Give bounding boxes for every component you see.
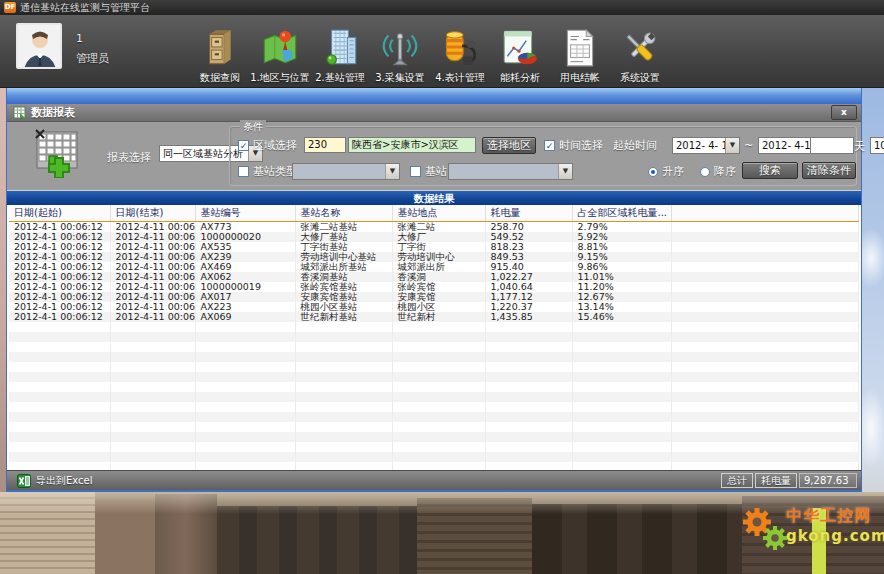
select-region-button[interactable]: 选择地区: [482, 137, 536, 154]
column-header[interactable]: 日期(起始): [9, 205, 110, 221]
table-row[interactable]: 2012-4-1 00:06:122012-4-11 00:06:12AX773…: [9, 221, 859, 232]
time-checkbox[interactable]: ✓: [544, 140, 555, 151]
column-header[interactable]: 基站名称: [295, 205, 392, 221]
table-cell: AX469: [195, 262, 295, 272]
empty-cell: [295, 452, 392, 462]
watermark-site-url: gkong.com: [786, 527, 884, 545]
user-role: 管理员: [76, 49, 109, 69]
data-report-window: 数据报表 x 报表选择: [6, 88, 862, 492]
chevron-down-icon[interactable]: ▼: [558, 164, 572, 179]
table-row[interactable]: 2012-4-1 00:06:122012-4-11 00:06:15AX017…: [9, 292, 859, 302]
tool-collection-settings[interactable]: 3.采集设置: [370, 19, 430, 85]
table-cell: 2012-4-1 00:06:12: [9, 302, 110, 312]
export-excel-button[interactable]: 导出到Excel: [17, 474, 93, 488]
total-field-button[interactable]: 耗电量: [755, 473, 797, 488]
results-table: 日期(起始)日期(结束)基站编号基站名称基站地点耗电量占全部区域耗电量... 2…: [9, 205, 859, 470]
empty-cell: [195, 372, 295, 382]
tool-region-location[interactable]: 1.地区与位置: [250, 19, 310, 85]
table-cell: 2012-4-1 00:06:12: [9, 272, 110, 282]
table-row[interactable]: 2012-4-1 00:06:122012-4-11 00:06:15AX069…: [9, 312, 859, 322]
user-avatar-icon: [18, 25, 62, 69]
table-cell: 2012-4-1 00:06:12: [9, 312, 110, 322]
empty-row: [9, 342, 859, 352]
clear-conditions-button[interactable]: 清除条件: [802, 162, 856, 179]
empty-cell: [572, 422, 671, 432]
region-code-input[interactable]: 230: [304, 137, 346, 153]
empty-cell: [392, 412, 485, 422]
empty-cell: [671, 392, 859, 402]
region-checkbox[interactable]: ✓: [238, 140, 249, 151]
table-cell: [671, 242, 859, 252]
total-button[interactable]: 总计: [721, 473, 753, 488]
close-button[interactable]: x: [831, 105, 857, 120]
watermark-site-name: 中华工控网: [786, 506, 884, 527]
table-cell: 12.67%: [572, 292, 671, 302]
table-cell: 2012-4-11 00:06:15: [110, 292, 195, 302]
search-button[interactable]: 搜索: [742, 162, 798, 179]
table-cell: 2012-4-1 00:06:12: [9, 242, 110, 252]
column-header[interactable]: 基站地点: [392, 205, 485, 221]
station-type-dropdown[interactable]: ▼: [292, 163, 400, 180]
days-dropdown[interactable]: [810, 137, 854, 154]
station-dropdown[interactable]: ▼: [448, 163, 573, 180]
table-cell: 2012-4-11 00:06:04: [110, 262, 195, 272]
empty-cell: [572, 392, 671, 402]
table-cell: 2012-4-11 00:06:15: [110, 312, 195, 322]
empty-cell: [392, 322, 485, 332]
table-cell: 劳动培训中心基站: [295, 252, 392, 262]
table-row[interactable]: 2012-4-1 00:06:122012-4-11 00:06:06AX239…: [9, 252, 859, 262]
table-cell: [671, 272, 859, 282]
start-date-picker[interactable]: 2012- 4- 1 ▼: [672, 137, 740, 154]
empty-cell: [195, 382, 295, 392]
tool-meter-management[interactable]: 4.表计管理: [430, 19, 490, 85]
region-path-input[interactable]: 陕西省>安康市>汉滨区: [348, 137, 476, 153]
empty-cell: [392, 382, 485, 392]
map-pin-icon: [259, 27, 301, 69]
empty-cell: [295, 352, 392, 362]
empty-cell: [671, 342, 859, 352]
sort-asc-radio[interactable]: [648, 167, 658, 177]
column-header[interactable]: 日期(结束): [110, 205, 195, 221]
station-type-checkbox[interactable]: [238, 166, 249, 177]
table-row[interactable]: 2012-4-1 00:06:122012-4-11 00:06:1810000…: [9, 232, 859, 242]
station-checkbox[interactable]: [410, 166, 421, 177]
empty-cell: [195, 422, 295, 432]
column-header[interactable]: 耗电量: [485, 205, 572, 221]
column-header[interactable]: [671, 205, 859, 221]
empty-cell: [110, 362, 195, 372]
chevron-down-icon[interactable]: ▼: [385, 164, 399, 179]
sort-desc-label: 降序: [714, 164, 736, 179]
tool-energy-analysis[interactable]: 能耗分析: [490, 19, 550, 85]
table-row[interactable]: 2012-4-1 00:06:122012-4-11 00:06:13AX062…: [9, 272, 859, 282]
empty-cell: [671, 332, 859, 342]
empty-row: [9, 352, 859, 362]
days-count-dropdown[interactable]: 10 ▼: [870, 137, 884, 154]
chevron-down-icon[interactable]: ▼: [725, 138, 739, 153]
empty-cell: [195, 332, 295, 342]
export-label: 导出到Excel: [36, 474, 93, 488]
tool-system-settings[interactable]: 系统设置: [610, 19, 670, 85]
table-row[interactable]: 2012-4-1 00:06:122012-4-11 00:06:07AX535…: [9, 242, 859, 252]
empty-cell: [572, 462, 671, 471]
empty-cell: [392, 462, 485, 471]
tool-data-review[interactable]: 数据查阅: [190, 19, 250, 85]
empty-cell: [9, 362, 110, 372]
sort-desc-radio[interactable]: [700, 167, 710, 177]
empty-cell: [572, 362, 671, 372]
empty-row: [9, 332, 859, 342]
column-header[interactable]: 基站编号: [195, 205, 295, 221]
empty-cell: [110, 342, 195, 352]
table-row[interactable]: 2012-4-1 00:06:122012-4-11 00:06:09AX223…: [9, 302, 859, 312]
empty-cell: [392, 432, 485, 442]
table-row[interactable]: 2012-4-1 00:06:122012-4-11 00:06:1610000…: [9, 282, 859, 292]
region-label: 区域选择: [253, 138, 297, 153]
table-row[interactable]: 2012-4-1 00:06:122012-4-11 00:06:04AX469…: [9, 262, 859, 272]
empty-cell: [572, 332, 671, 342]
table-cell: [671, 292, 859, 302]
empty-cell: [671, 362, 859, 372]
invoice-icon: [559, 27, 601, 69]
table-cell: 张滩二站: [392, 221, 485, 232]
tool-station-management[interactable]: 2.基站管理: [310, 19, 370, 85]
tool-billing[interactable]: 用电结帐: [550, 19, 610, 85]
column-header[interactable]: 占全部区域耗电量...: [572, 205, 671, 221]
